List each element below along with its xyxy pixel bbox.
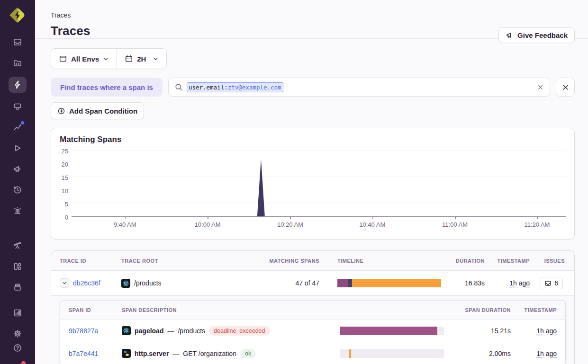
sidebar-item-issues[interactable] xyxy=(9,35,27,49)
span-row: 9b78827a pageload — /products deadline_e… xyxy=(60,320,565,342)
clear-search-button[interactable] xyxy=(537,84,544,91)
issues-icon xyxy=(544,280,552,287)
trace-timeline-bar xyxy=(337,279,441,287)
span-duration-cell: 15.21s xyxy=(447,327,513,335)
chevron-down-icon xyxy=(153,56,159,62)
condition-label: Find traces where a span is xyxy=(51,78,163,97)
span-id-cell: 9b78827a xyxy=(60,327,120,335)
duration-cell: 16.83s xyxy=(449,279,487,287)
react-icon xyxy=(121,279,130,288)
python-icon xyxy=(122,349,131,358)
archive-box-icon xyxy=(13,283,22,292)
span-timestamp-cell: 1h ago xyxy=(513,327,565,335)
col-trace-root: TRACE ROOT xyxy=(119,258,262,264)
primary-nav xyxy=(9,35,27,294)
span-description-cell: http.server — GET /organization ok xyxy=(120,349,328,358)
add-span-condition-button[interactable]: Add Span Condition xyxy=(51,102,144,119)
clock-rewind-icon xyxy=(13,185,22,195)
span-description-cell: pageload — /products deadline_exceeded xyxy=(120,326,328,336)
sidebar-item-releases[interactable] xyxy=(9,141,27,155)
give-feedback-button[interactable]: Give Feedback xyxy=(498,27,575,43)
chart-x-axis: 9:40 AM10:00 AM10:20 AM10:40 AM11:00 AM1… xyxy=(72,217,566,231)
trace-id-link[interactable]: db26c36f xyxy=(73,279,100,287)
sidebar-bottom-nav xyxy=(9,341,27,364)
sidebar-item-broadcasts[interactable] xyxy=(9,362,27,364)
give-feedback-label: Give Feedback xyxy=(517,31,568,39)
span-search-input[interactable]: user.email:ztv@example.com xyxy=(168,78,550,97)
trace-expanded-area: SPAN ID SPAN DESCRIPTION SPAN DURATION T… xyxy=(51,295,574,364)
span-timeline-cell xyxy=(328,327,447,335)
sentry-logo[interactable] xyxy=(7,6,28,25)
chart-plot xyxy=(72,151,566,217)
issues-count: 6 xyxy=(554,279,558,287)
layout-grid-icon xyxy=(13,262,22,271)
span-id-link[interactable]: 9b78827a xyxy=(69,327,98,335)
sidebar-item-explore[interactable] xyxy=(9,77,27,93)
query-token[interactable]: user.email:ztv@example.com xyxy=(187,82,283,92)
trace-root-label: /products xyxy=(134,279,162,287)
sidebar-item-discover[interactable] xyxy=(9,239,27,253)
col-duration: DURATION xyxy=(449,258,487,264)
issues-icon xyxy=(13,37,22,47)
close-icon xyxy=(561,83,570,91)
calendar-icon xyxy=(125,54,133,63)
secondary-nav xyxy=(9,306,27,341)
sidebar-item-alerts[interactable] xyxy=(9,204,27,218)
col-span-duration: SPAN DURATION xyxy=(447,307,513,313)
trace-table-header: TRACE ID TRACE ROOT MATCHING SPANS TIMEL… xyxy=(51,251,574,271)
chevron-down-icon xyxy=(103,56,109,62)
span-status-badge: ok xyxy=(240,349,256,358)
span-timeline-cell xyxy=(328,349,447,358)
insights-notification-dot xyxy=(20,121,25,125)
trace-id-cell: db26c36f xyxy=(51,278,119,288)
span-duration-cell: 2.00ms xyxy=(447,350,513,357)
logo-icon xyxy=(8,6,27,25)
code-folder-icon xyxy=(13,58,22,68)
span-op: http.server xyxy=(135,350,169,357)
timestamp-cell: 1h ago xyxy=(487,279,532,287)
environment-filter-label: All Envs xyxy=(71,55,99,63)
stats-icon xyxy=(13,308,22,318)
separator-dash: — xyxy=(167,327,174,335)
sidebar-item-replays[interactable] xyxy=(9,183,27,197)
page-header: Traces Traces Give Feedback xyxy=(35,0,588,39)
broadcast-notification-dot xyxy=(21,361,26,364)
sidebar-item-settings[interactable] xyxy=(9,327,27,341)
sidebar-item-help[interactable] xyxy=(9,341,27,355)
play-icon xyxy=(13,143,22,153)
col-matching-spans: MATCHING SPANS xyxy=(262,258,321,264)
plus-circle-icon xyxy=(57,107,65,115)
timeline-cell xyxy=(321,279,449,287)
react-icon xyxy=(122,326,131,335)
trace-root-cell: /products xyxy=(119,279,262,288)
sidebar-item-components[interactable] xyxy=(9,259,27,274)
span-timeline-bar xyxy=(340,349,444,358)
siren-icon xyxy=(13,206,22,215)
search-icon xyxy=(174,83,183,91)
sidebar-item-insights[interactable] xyxy=(9,120,27,134)
sidebar-item-dashboards[interactable] xyxy=(9,99,27,114)
span-id-link[interactable]: b7a7e441 xyxy=(69,350,98,357)
sidebar-item-stats[interactable] xyxy=(9,306,27,320)
col-trace-id: TRACE ID xyxy=(51,258,119,264)
add-span-condition-label: Add Span Condition xyxy=(69,107,137,115)
environment-filter[interactable]: All Envs xyxy=(51,49,117,69)
gear-icon xyxy=(13,329,22,338)
issues-cell: 6 xyxy=(532,277,573,289)
span-description: /products xyxy=(178,327,205,335)
window-icon xyxy=(59,54,67,63)
time-range-filter[interactable]: 2H xyxy=(117,49,166,69)
col-timeline: TIMELINE xyxy=(321,258,449,264)
page-title: Traces xyxy=(51,24,575,38)
span-timestamp-cell: 1h ago xyxy=(513,350,565,357)
sidebar-item-projects[interactable] xyxy=(9,56,27,70)
remove-condition-button[interactable] xyxy=(556,78,575,97)
sidebar-item-archive[interactable] xyxy=(9,280,27,294)
main-content: Traces Traces Give Feedback All Envs 2H … xyxy=(35,0,588,364)
collapse-trace-button[interactable] xyxy=(60,278,69,288)
span-timestamp: 1h ago xyxy=(536,350,557,357)
sidebar-item-feedback[interactable] xyxy=(9,162,27,176)
issues-button[interactable]: 6 xyxy=(540,277,563,289)
breadcrumb[interactable]: Traces xyxy=(51,11,575,19)
matching-spans-cell: 47 of 47 xyxy=(262,279,321,287)
